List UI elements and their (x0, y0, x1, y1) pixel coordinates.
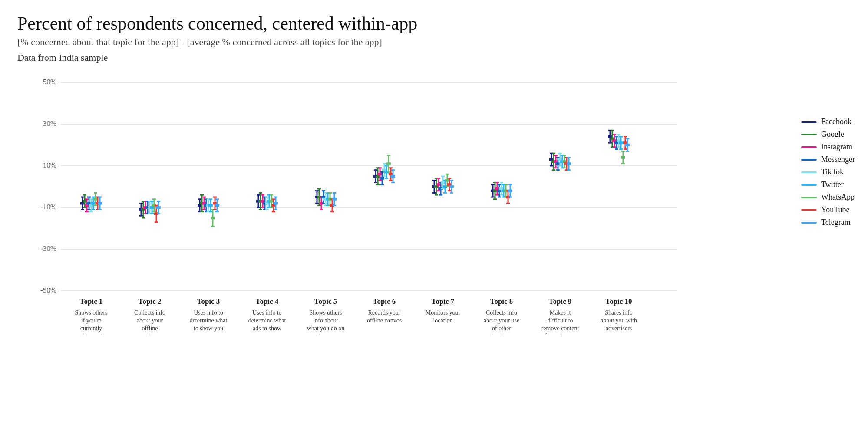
svg-text:from the app: from the app (545, 333, 576, 334)
svg-rect-205 (332, 198, 337, 201)
svg-text:Topic 9: Topic 9 (549, 297, 572, 306)
svg-rect-124 (215, 204, 219, 207)
legend-label-facebook: Facebook (821, 117, 851, 126)
y-label-10: 10% (43, 161, 56, 169)
legend-google: Google (801, 130, 855, 139)
legend-label-messenger: Messenger (821, 155, 855, 164)
svg-text:about your: about your (137, 317, 163, 324)
svg-rect-164 (274, 202, 278, 204)
svg-text:what you do on: what you do on (307, 325, 345, 332)
y-label-neg50: -50% (40, 286, 56, 294)
svg-text:sites/apps: sites/apps (490, 333, 513, 334)
svg-text:about you with: about you with (601, 317, 637, 324)
svg-rect-324 (508, 190, 512, 192)
y-label-50: 50% (43, 78, 56, 86)
svg-text:Topic 10: Topic 10 (605, 297, 632, 306)
data-source-label: Data from India sample (17, 52, 851, 63)
svg-text:about your use: about your use (484, 317, 519, 324)
chart-container: Percent of respondents concerned, center… (0, 0, 868, 434)
svg-text:Shows others: Shows others (309, 309, 342, 316)
legend-line-telegram (801, 222, 817, 224)
legend-line-messenger (801, 159, 817, 161)
svg-text:Topic 5: Topic 5 (314, 297, 337, 306)
svg-text:Topic 1: Topic 1 (80, 297, 103, 306)
legend-line-instagram (801, 146, 817, 148)
legend-instagram: Instagram (801, 142, 855, 151)
svg-text:difficult to: difficult to (547, 317, 573, 324)
svg-rect-394 (619, 141, 623, 144)
svg-text:if you're: if you're (81, 317, 101, 324)
legend-line-tiktok (801, 171, 817, 173)
svg-text:Uses info to: Uses info to (194, 309, 223, 316)
legend-label-twitter: Twitter (821, 180, 844, 189)
legend-label-youtube: YouTube (821, 205, 850, 214)
svg-rect-365 (567, 162, 571, 165)
svg-rect-226 (380, 177, 384, 180)
svg-text:active on the: active on the (76, 333, 107, 334)
legend-label-instagram: Instagram (821, 142, 852, 151)
svg-text:Topic 7: Topic 7 (432, 297, 455, 306)
legend-line-facebook (801, 121, 817, 123)
legend-facebook: Facebook (801, 117, 855, 126)
legend-line-twitter (801, 184, 817, 186)
svg-text:ads to show: ads to show (253, 325, 282, 332)
svg-text:remove content: remove content (541, 325, 579, 332)
svg-rect-41 (98, 202, 102, 204)
legend-whatsapp: WhatsApp (801, 193, 855, 202)
svg-text:Topic 6: Topic 6 (373, 297, 396, 306)
svg-text:of other: of other (492, 325, 511, 332)
legend-line-google (801, 134, 817, 135)
svg-text:determine what: determine what (190, 317, 228, 324)
svg-text:info about: info about (313, 317, 338, 324)
svg-text:currently: currently (80, 325, 102, 332)
svg-text:location: location (433, 317, 452, 324)
legend-messenger: Messenger (801, 155, 855, 164)
svg-text:Records your: Records your (368, 309, 400, 316)
svg-text:Topic 8: Topic 8 (490, 297, 513, 306)
svg-text:purchases: purchases (138, 333, 162, 334)
svg-text:Shows others: Shows others (75, 309, 107, 316)
svg-text:Collects info: Collects info (134, 309, 165, 316)
legend-label-telegram: Telegram (821, 218, 851, 227)
legend-label-whatsapp: WhatsApp (821, 193, 855, 202)
svg-text:to show you: to show you (194, 325, 223, 332)
y-label-30: 30% (43, 119, 56, 128)
svg-text:determine what: determine what (248, 317, 286, 324)
svg-text:Topic 2: Topic 2 (139, 297, 162, 306)
legend-telegram: Telegram (801, 218, 855, 227)
svg-rect-112 (208, 204, 213, 207)
chart-title: Percent of respondents concerned, center… (17, 13, 851, 34)
svg-rect-406 (625, 144, 630, 146)
svg-rect-238 (386, 162, 391, 165)
svg-rect-116 (211, 217, 215, 219)
legend-line-whatsapp (801, 197, 817, 198)
svg-text:Uses info to: Uses info to (252, 309, 282, 316)
svg-rect-285 (449, 185, 454, 188)
main-chart-svg: 50% 30% 10% -10% -30% -50% Topic 1Shows … (35, 65, 773, 334)
legend-label-tiktok: TikTok (821, 168, 844, 177)
svg-text:Monitors your: Monitors your (426, 309, 461, 316)
legend-tiktok: TikTok (801, 168, 855, 177)
legend-youtube: YouTube (801, 205, 855, 214)
svg-text:Collects info: Collects info (486, 309, 517, 316)
legend: Facebook Google Instagram Messenger TikT… (801, 117, 855, 227)
svg-text:offline convos: offline convos (367, 317, 402, 324)
svg-text:Makes it: Makes it (550, 309, 571, 316)
svg-rect-398 (621, 156, 625, 159)
svg-text:you: you (263, 333, 272, 334)
legend-label-google: Google (821, 130, 844, 139)
svg-text:offline: offline (142, 325, 158, 332)
svg-rect-246 (391, 175, 395, 178)
legend-line-youtube (801, 209, 817, 211)
y-label-neg10: -10% (40, 203, 56, 211)
svg-text:advertisers: advertisers (606, 325, 632, 332)
svg-text:the app: the app (317, 333, 335, 334)
chart-subtitle: [% concerned about that topic for the ap… (17, 36, 851, 48)
svg-text:Shares info: Shares info (605, 309, 632, 316)
svg-text:Topic 3: Topic 3 (197, 297, 220, 306)
svg-rect-83 (156, 206, 161, 209)
y-label-neg30: -30% (40, 244, 56, 253)
legend-twitter: Twitter (801, 180, 855, 189)
svg-text:Topic 4: Topic 4 (256, 297, 279, 306)
